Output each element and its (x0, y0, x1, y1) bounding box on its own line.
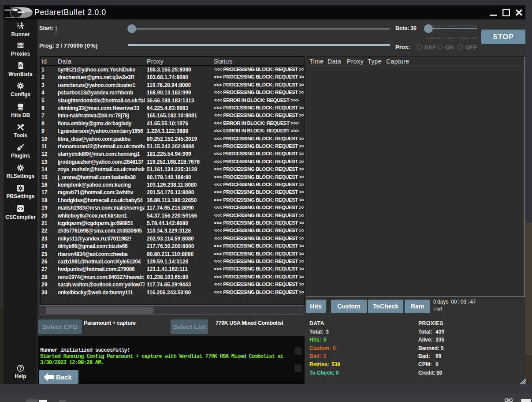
svg-text:?: ? (19, 366, 22, 371)
svg-text:W: W (19, 64, 22, 68)
